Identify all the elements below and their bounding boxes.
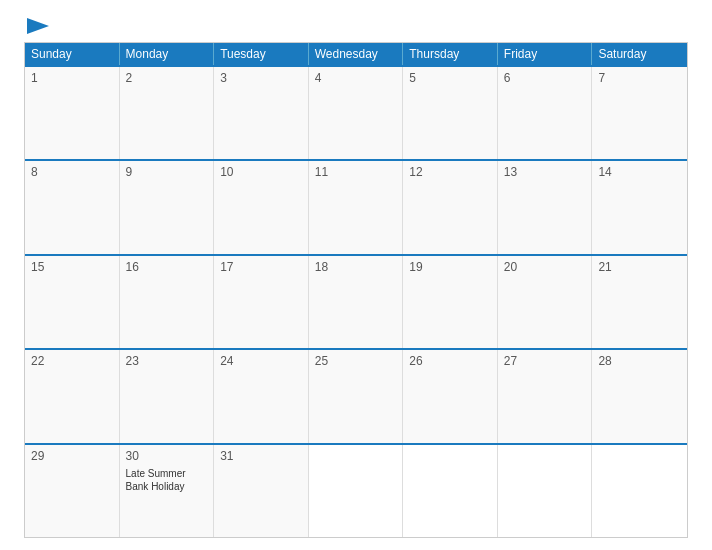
logo-flag-icon xyxy=(27,18,49,34)
day-number: 27 xyxy=(504,354,586,368)
day-number: 18 xyxy=(315,260,397,274)
day-number: 2 xyxy=(126,71,208,85)
cal-cell: 15 xyxy=(25,256,120,348)
cal-cell: 14 xyxy=(592,161,687,253)
day-number: 19 xyxy=(409,260,491,274)
calendar: SundayMondayTuesdayWednesdayThursdayFrid… xyxy=(24,42,688,538)
cal-header-sunday: Sunday xyxy=(25,43,120,65)
event-label: Late Summer Bank Holiday xyxy=(126,467,208,493)
cal-cell: 22 xyxy=(25,350,120,442)
day-number: 31 xyxy=(220,449,302,463)
cal-cell: 21 xyxy=(592,256,687,348)
day-number: 21 xyxy=(598,260,681,274)
cal-header-tuesday: Tuesday xyxy=(214,43,309,65)
cal-cell: 27 xyxy=(498,350,593,442)
day-number: 13 xyxy=(504,165,586,179)
cal-cell: 24 xyxy=(214,350,309,442)
cal-header-wednesday: Wednesday xyxy=(309,43,404,65)
calendar-week-5: 2930Late Summer Bank Holiday31 xyxy=(25,443,687,537)
cal-cell: 26 xyxy=(403,350,498,442)
cal-cell: 6 xyxy=(498,67,593,159)
day-number: 14 xyxy=(598,165,681,179)
cal-header-saturday: Saturday xyxy=(592,43,687,65)
cal-cell: 25 xyxy=(309,350,404,442)
day-number: 28 xyxy=(598,354,681,368)
day-number: 3 xyxy=(220,71,302,85)
cal-cell: 11 xyxy=(309,161,404,253)
calendar-week-3: 15161718192021 xyxy=(25,254,687,348)
cal-cell xyxy=(498,445,593,537)
cal-cell: 4 xyxy=(309,67,404,159)
calendar-week-2: 891011121314 xyxy=(25,159,687,253)
cal-cell: 8 xyxy=(25,161,120,253)
calendar-week-1: 1234567 xyxy=(25,65,687,159)
day-number: 9 xyxy=(126,165,208,179)
day-number: 29 xyxy=(31,449,113,463)
day-number: 25 xyxy=(315,354,397,368)
calendar-header-row: SundayMondayTuesdayWednesdayThursdayFrid… xyxy=(25,43,687,65)
cal-cell: 3 xyxy=(214,67,309,159)
day-number: 16 xyxy=(126,260,208,274)
cal-cell: 1 xyxy=(25,67,120,159)
cal-header-thursday: Thursday xyxy=(403,43,498,65)
cal-cell: 18 xyxy=(309,256,404,348)
logo xyxy=(24,18,49,34)
day-number: 24 xyxy=(220,354,302,368)
cal-cell: 13 xyxy=(498,161,593,253)
calendar-body: 1234567891011121314151617181920212223242… xyxy=(25,65,687,537)
calendar-week-4: 22232425262728 xyxy=(25,348,687,442)
page: SundayMondayTuesdayWednesdayThursdayFrid… xyxy=(0,0,712,550)
day-number: 15 xyxy=(31,260,113,274)
day-number: 12 xyxy=(409,165,491,179)
day-number: 7 xyxy=(598,71,681,85)
cal-cell xyxy=(403,445,498,537)
cal-cell: 28 xyxy=(592,350,687,442)
day-number: 10 xyxy=(220,165,302,179)
day-number: 11 xyxy=(315,165,397,179)
logo-blue-text xyxy=(24,18,49,34)
cal-cell: 20 xyxy=(498,256,593,348)
cal-cell xyxy=(309,445,404,537)
cal-cell: 10 xyxy=(214,161,309,253)
cal-cell: 30Late Summer Bank Holiday xyxy=(120,445,215,537)
cal-cell: 16 xyxy=(120,256,215,348)
day-number: 17 xyxy=(220,260,302,274)
cal-cell xyxy=(592,445,687,537)
cal-cell: 17 xyxy=(214,256,309,348)
day-number: 22 xyxy=(31,354,113,368)
day-number: 8 xyxy=(31,165,113,179)
svg-marker-0 xyxy=(27,18,49,34)
day-number: 30 xyxy=(126,449,208,463)
cal-cell: 9 xyxy=(120,161,215,253)
cal-cell: 2 xyxy=(120,67,215,159)
cal-cell: 19 xyxy=(403,256,498,348)
day-number: 6 xyxy=(504,71,586,85)
cal-header-friday: Friday xyxy=(498,43,593,65)
cal-header-monday: Monday xyxy=(120,43,215,65)
cal-cell: 12 xyxy=(403,161,498,253)
day-number: 5 xyxy=(409,71,491,85)
day-number: 20 xyxy=(504,260,586,274)
day-number: 1 xyxy=(31,71,113,85)
cal-cell: 7 xyxy=(592,67,687,159)
header xyxy=(24,18,688,34)
cal-cell: 29 xyxy=(25,445,120,537)
cal-cell: 31 xyxy=(214,445,309,537)
day-number: 4 xyxy=(315,71,397,85)
cal-cell: 5 xyxy=(403,67,498,159)
day-number: 26 xyxy=(409,354,491,368)
cal-cell: 23 xyxy=(120,350,215,442)
day-number: 23 xyxy=(126,354,208,368)
